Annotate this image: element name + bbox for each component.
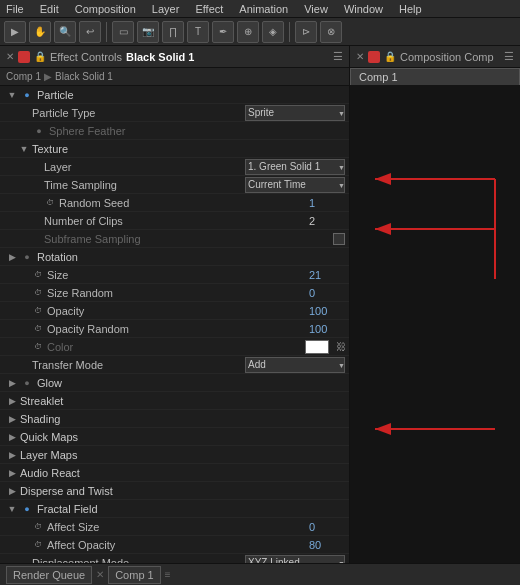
tool-brush[interactable]: ∏ <box>162 21 184 43</box>
toggle-texture[interactable] <box>18 143 30 155</box>
toggle-empty-number-clips <box>30 215 42 227</box>
value-affect-size[interactable]: 0 <box>309 521 349 533</box>
breadcrumb-comp[interactable]: Comp 1 <box>6 71 41 82</box>
tool-zoom[interactable]: 🔍 <box>54 21 76 43</box>
stopwatch-opacity-random[interactable]: ⏱ <box>32 323 44 335</box>
menu-effect[interactable]: Effect <box>193 3 225 15</box>
render-queue-tab[interactable]: Render Queue <box>6 566 92 584</box>
toggle-audio-react[interactable] <box>6 467 18 479</box>
menu-view[interactable]: View <box>302 3 330 15</box>
checkbox-subframe-sampling[interactable] <box>333 233 345 245</box>
breadcrumb-item[interactable]: Black Solid 1 <box>55 71 113 82</box>
menu-composition[interactable]: Composition <box>73 3 138 15</box>
stopwatch-color[interactable]: ⏱ <box>32 341 44 353</box>
tool-puppet[interactable]: ⊗ <box>320 21 342 43</box>
prop-row-sphere-feather[interactable]: ●Sphere Feather <box>0 122 349 140</box>
prop-row-streaklet[interactable]: Streaklet <box>0 392 349 410</box>
chain-icon-color[interactable]: ⛓ <box>333 339 349 355</box>
comp-tab[interactable]: Comp 1 <box>350 68 520 85</box>
prop-row-shading[interactable]: Shading <box>0 410 349 428</box>
prop-row-layer[interactable]: Layer1. Green Solid 12. Red Solid3. Blue… <box>0 158 349 176</box>
prop-row-number-clips[interactable]: Number of Clips2 <box>0 212 349 230</box>
prop-row-size[interactable]: ⏱Size21 <box>0 266 349 284</box>
tool-pin[interactable]: ⊳ <box>295 21 317 43</box>
prop-row-random-seed[interactable]: ⏱Random Seed1 <box>0 194 349 212</box>
comp-lock-icon[interactable]: 🔒 <box>384 51 396 62</box>
dropdown-particle-type[interactable]: SpriteTextured SquareMotion Polygon <box>245 105 345 121</box>
tool-hand[interactable]: ✋ <box>29 21 51 43</box>
toggle-layer-maps[interactable] <box>6 449 18 461</box>
toggle-quick-maps[interactable] <box>6 431 18 443</box>
prop-row-particle-type[interactable]: Particle TypeSpriteTextured SquareMotion… <box>0 104 349 122</box>
prop-row-displacement-mode[interactable]: Displacement ModeXYZ LinkedX OnlyY OnlyZ… <box>0 554 349 563</box>
stopwatch-opacity[interactable]: ⏱ <box>32 305 44 317</box>
enable-fractal-field[interactable]: ● <box>20 502 34 516</box>
comp-close-btn[interactable]: ✕ <box>356 51 364 62</box>
value-affect-opacity[interactable]: 80 <box>309 539 349 551</box>
stopwatch-affect-opacity[interactable]: ⏱ <box>32 539 44 551</box>
tool-camera[interactable]: 📷 <box>137 21 159 43</box>
prop-row-subframe-sampling[interactable]: Subframe Sampling <box>0 230 349 248</box>
tool-select[interactable]: ▶ <box>4 21 26 43</box>
toggle-shading[interactable] <box>6 413 18 425</box>
tool-clone[interactable]: ⊕ <box>237 21 259 43</box>
enable-glow[interactable]: ● <box>20 376 34 390</box>
toggle-rotation[interactable] <box>6 251 18 263</box>
menu-help[interactable]: Help <box>397 3 424 15</box>
prop-row-glow[interactable]: ●Glow <box>0 374 349 392</box>
prop-row-audio-react[interactable]: Audio React <box>0 464 349 482</box>
prop-row-layer-maps[interactable]: Layer Maps <box>0 446 349 464</box>
value-size-random[interactable]: 0 <box>309 287 349 299</box>
menu-window[interactable]: Window <box>342 3 385 15</box>
color-swatch-color[interactable] <box>305 340 329 354</box>
tool-rotate[interactable]: ↩ <box>79 21 101 43</box>
prop-row-texture[interactable]: Texture <box>0 140 349 158</box>
prop-row-size-random[interactable]: ⏱Size Random0 <box>0 284 349 302</box>
toggle-streaklet[interactable] <box>6 395 18 407</box>
toggle-disperse-twist[interactable] <box>6 485 18 497</box>
stopwatch-size[interactable]: ⏱ <box>32 269 44 281</box>
tool-pen[interactable]: ✒ <box>212 21 234 43</box>
stopwatch-size-random[interactable]: ⏱ <box>32 287 44 299</box>
panel-close-btn[interactable]: ✕ <box>6 51 14 62</box>
prop-row-fractal-field[interactable]: ●Fractal Field <box>0 500 349 518</box>
menu-layer[interactable]: Layer <box>150 3 182 15</box>
prop-row-opacity[interactable]: ⏱Opacity100 <box>0 302 349 320</box>
prop-row-disperse-twist[interactable]: Disperse and Twist <box>0 482 349 500</box>
panel-menu-icon[interactable]: ☰ <box>333 50 343 63</box>
value-random-seed[interactable]: 1 <box>309 197 349 209</box>
prop-row-transfer-mode[interactable]: Transfer ModeAddNormalScreenMultiply <box>0 356 349 374</box>
comp-menu-icon[interactable]: ☰ <box>504 50 514 63</box>
dropdown-displacement-mode[interactable]: XYZ LinkedX OnlyY OnlyZ Only <box>245 555 345 564</box>
dropdown-layer[interactable]: 1. Green Solid 12. Red Solid3. Blue Soli… <box>245 159 345 175</box>
value-opacity-random[interactable]: 100 <box>309 323 349 335</box>
prop-row-rotation[interactable]: ●Rotation <box>0 248 349 266</box>
prop-row-time-sampling[interactable]: Time SamplingCurrent TimeFixedRandom <box>0 176 349 194</box>
enable-particle[interactable]: ● <box>20 88 34 102</box>
prop-row-particle[interactable]: ●Particle <box>0 86 349 104</box>
value-size[interactable]: 21 <box>309 269 349 281</box>
prop-row-quick-maps[interactable]: Quick Maps <box>0 428 349 446</box>
stopwatch-affect-size[interactable]: ⏱ <box>32 521 44 533</box>
toggle-glow[interactable] <box>6 377 18 389</box>
value-opacity[interactable]: 100 <box>309 305 349 317</box>
dropdown-transfer-mode[interactable]: AddNormalScreenMultiply <box>245 357 345 373</box>
tool-eraser[interactable]: ◈ <box>262 21 284 43</box>
dropdown-time-sampling[interactable]: Current TimeFixedRandom <box>245 177 345 193</box>
prop-row-affect-size[interactable]: ⏱Affect Size0 <box>0 518 349 536</box>
prop-row-affect-opacity[interactable]: ⏱Affect Opacity80 <box>0 536 349 554</box>
prop-row-opacity-random[interactable]: ⏱Opacity Random100 <box>0 320 349 338</box>
enable-sphere-feather[interactable]: ● <box>32 124 46 138</box>
menu-animation[interactable]: Animation <box>237 3 290 15</box>
stopwatch-random-seed[interactable]: ⏱ <box>44 197 56 209</box>
enable-rotation[interactable]: ● <box>20 250 34 264</box>
comp1-tab[interactable]: Comp 1 <box>108 566 161 584</box>
tool-text[interactable]: T <box>187 21 209 43</box>
toggle-particle[interactable] <box>6 89 18 101</box>
toggle-fractal-field[interactable] <box>6 503 18 515</box>
menu-file[interactable]: File <box>4 3 26 15</box>
prop-row-color[interactable]: ⏱Color⛓ <box>0 338 349 356</box>
panel-lock-icon[interactable]: 🔒 <box>34 51 46 62</box>
tool-rect[interactable]: ▭ <box>112 21 134 43</box>
menu-edit[interactable]: Edit <box>38 3 61 15</box>
